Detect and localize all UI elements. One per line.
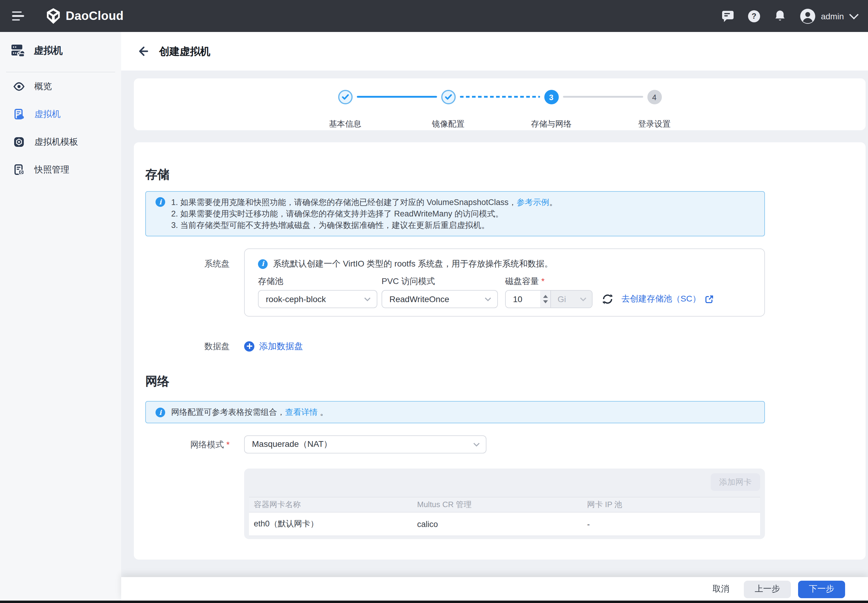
notifications-bell-icon[interactable] [774, 10, 786, 22]
data-disk-label: 数据盘 [145, 340, 230, 353]
notice-suffix: 。 [549, 198, 557, 207]
col-header-nic-name: 容器网卡名称 [249, 499, 417, 510]
step-label: 存储与网络 [509, 119, 593, 130]
network-notice: 网络配置可参考表格按需组合，查看详情 。 [145, 401, 765, 423]
username: admin [821, 11, 844, 21]
step-label: 基本信息 [303, 119, 387, 130]
step-circle: 4 [647, 90, 661, 104]
notice-line: 3. 当前存储类型可能不支持热增减磁盘，为确保数据准确性，建议在更新后重启虚拟机… [171, 220, 557, 231]
back-arrow-icon [137, 45, 149, 57]
sidebar-item-snapshot[interactable]: 快照管理 [0, 156, 121, 183]
storage-pool-select[interactable]: rook-ceph-block [258, 290, 377, 308]
cell-ip-pool: - [587, 520, 760, 529]
sidebar-nav: 概览 虚拟机 虚拟机 [0, 73, 121, 183]
pvc-mode-label: PVC 访问模式 [381, 277, 498, 285]
chevron-down-icon [473, 442, 480, 447]
help-icon[interactable] [748, 10, 760, 22]
add-nic-button[interactable]: 添加网卡 [710, 473, 760, 491]
topbar: DaoCloud admin [0, 0, 868, 32]
step-basic-info[interactable]: 基本信息 [338, 90, 352, 104]
chevron-down-icon [580, 297, 587, 301]
previous-step-button[interactable]: 上一步 [744, 580, 791, 598]
add-data-disk-link[interactable]: 添加数据盘 [259, 340, 303, 352]
reference-example-link[interactable]: 参考示例 [517, 198, 549, 207]
notice-line: 1. 如果需要使用克隆和快照功能，请确保您的存储池已经创建了对应的 Volume… [171, 196, 557, 208]
stepper-connector-pending [563, 96, 643, 98]
sidebar-item-vm[interactable]: 虚拟机 [0, 100, 121, 128]
network-mode-row: 网络模式 Masquerade（NAT） [145, 435, 765, 453]
step-image-config[interactable]: 镜像配置 [441, 90, 456, 104]
system-disk-label: 系统盘 [145, 249, 230, 317]
disk-size-input[interactable]: 10 [506, 291, 540, 308]
step-circle: 3 [544, 90, 559, 104]
disk-size-unit-select: Gi [550, 291, 592, 308]
sidebar-item-overview[interactable]: 概览 [0, 73, 121, 100]
cell-nic-name: eth0（默认网卡） [249, 519, 417, 529]
storage-pool-label: 存储池 [258, 277, 377, 285]
step-storage-network[interactable]: 3 存储与网络 [544, 90, 559, 104]
check-icon [341, 94, 349, 100]
stepper-connector-done [357, 96, 437, 98]
sidebar-item-label: 虚拟机模板 [34, 136, 78, 147]
brand-name: DaoCloud [66, 9, 124, 23]
create-storage-pool-link[interactable]: 去创建存储池（SC） [621, 294, 714, 305]
refresh-button[interactable] [602, 293, 614, 305]
step-label: 登录设置 [612, 119, 697, 130]
system-disk-tip: 系统默认创建一个 VirtIO 类型的 rootfs 系统盘，用于存放操作系统和… [258, 257, 752, 269]
topbar-actions: admin [721, 8, 856, 24]
chevron-down-icon [849, 10, 859, 19]
sidebar-item-vm-template[interactable]: 虚拟机模板 [0, 128, 121, 156]
sidebar-item-label: 快照管理 [34, 164, 70, 175]
eye-icon [13, 80, 25, 92]
app-window: DaoCloud admin [0, 0, 868, 603]
cancel-button[interactable]: 取消 [705, 580, 737, 598]
pvc-mode-select[interactable]: ReadWriteOnce [381, 290, 498, 308]
required-marker [541, 276, 545, 286]
brand-logo: DaoCloud [45, 8, 124, 24]
sidebar-section-title: 虚拟机 [34, 44, 63, 57]
data-disk-row: 数据盘 添加数据盘 [145, 340, 765, 353]
user-menu[interactable]: admin [800, 8, 856, 24]
notice-suffix: 。 [318, 408, 328, 417]
nic-panel: 添加网卡 容器网卡名称 Multus CR 管理 网卡 IP 池 eth0（默认… [244, 468, 765, 539]
snapshot-icon [13, 164, 25, 175]
spinner-down-icon[interactable] [543, 300, 548, 303]
nic-table-header: 容器网卡名称 Multus CR 管理 网卡 IP 池 [249, 497, 760, 513]
info-icon [156, 197, 165, 207]
network-mode-label: 网络模式 [145, 435, 230, 453]
table-row: eth0（默认网卡） calico - [249, 513, 760, 536]
page-header: 创建虚拟机 [121, 32, 868, 71]
vm-icon [13, 108, 25, 120]
form-card: 存储 1. 如果需要使用克隆和快照功能，请确保您的存储池已经创建了对应的 Vol… [134, 142, 866, 560]
chevron-down-icon [485, 297, 491, 301]
pvc-mode-value: ReadWriteOnce [389, 294, 449, 304]
stepper-connector-dashed [460, 96, 540, 98]
page-title: 创建虚拟机 [159, 44, 210, 58]
disk-size-stepper[interactable] [540, 291, 550, 308]
step-login-settings[interactable]: 4 登录设置 [647, 90, 661, 104]
disk-size-input-group: 10 Gi [505, 290, 593, 308]
sidebar-section-header: 虚拟机 [0, 32, 121, 59]
cell-multus-cr: calico [417, 520, 587, 529]
menu-toggle-icon[interactable] [12, 11, 25, 21]
tip-text: 系统默认创建一个 VirtIO 类型的 rootfs 系统盘，用于存放操作系统和… [273, 257, 553, 269]
back-button[interactable] [136, 45, 150, 58]
sidebar-item-label: 概览 [34, 80, 52, 92]
storage-notice: 1. 如果需要使用克隆和快照功能，请确保您的存储池已经创建了对应的 Volume… [145, 191, 765, 237]
notice-text: 1. 如果需要使用克隆和快照功能，请确保您的存储池已经创建了对应的 Volume… [171, 198, 517, 207]
spinner-up-icon[interactable] [543, 295, 548, 298]
view-details-link[interactable]: 查看详情 [285, 408, 318, 417]
network-mode-select[interactable]: Masquerade（NAT） [244, 435, 487, 453]
vm-section-icon [10, 43, 26, 59]
sidebar-item-label: 虚拟机 [34, 108, 60, 120]
storage-pool-value: rook-ceph-block [266, 294, 326, 304]
plus-icon[interactable] [244, 341, 254, 351]
nic-table: 容器网卡名称 Multus CR 管理 网卡 IP 池 eth0（默认网卡） c… [249, 497, 760, 536]
network-heading: 网络 [145, 373, 765, 389]
nic-table-row: 添加网卡 容器网卡名称 Multus CR 管理 网卡 IP 池 eth0（默认… [145, 468, 765, 539]
disk-size-label: 磁盘容量 [505, 277, 545, 285]
message-icon[interactable] [721, 10, 734, 22]
network-mode-value: Masquerade（NAT） [252, 439, 332, 450]
next-step-button[interactable]: 下一步 [798, 580, 845, 598]
required-marker [226, 439, 230, 449]
